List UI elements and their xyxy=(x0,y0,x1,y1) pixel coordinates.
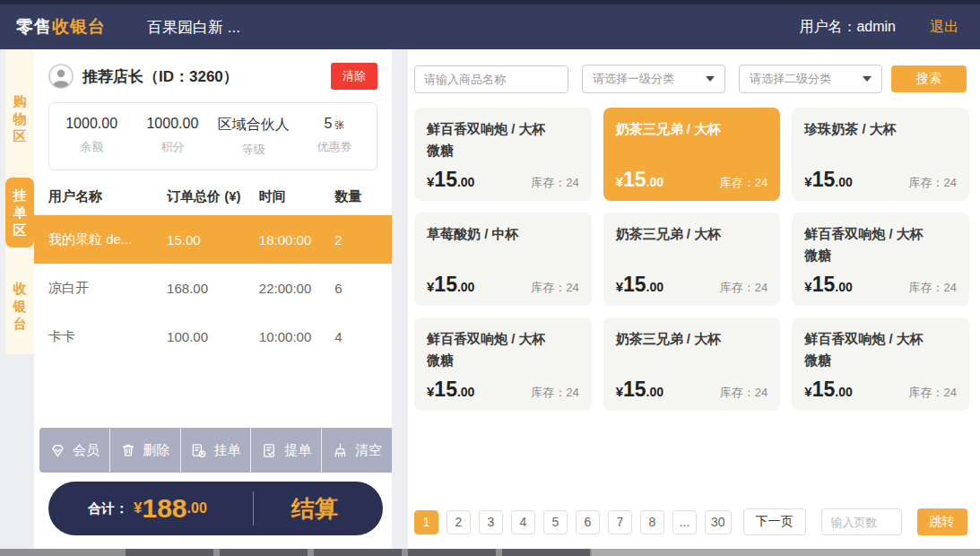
page-button-1[interactable]: 1 xyxy=(414,510,438,534)
product-panel: 请选择一级分类 请选择二级分类 搜索 鲜百香双响炮 / 大杯微糖¥15.00库存… xyxy=(408,49,980,549)
chevron-down-icon xyxy=(863,76,872,82)
page-button-7[interactable]: 7 xyxy=(608,510,632,534)
page-number-input[interactable] xyxy=(821,508,902,535)
order-quantity: 6 xyxy=(334,281,377,296)
price-integer: 15 xyxy=(623,273,646,297)
order-time: 18:00:00 xyxy=(259,232,334,248)
member-stat-value: 1000.00 xyxy=(51,116,132,132)
product-card[interactable]: 奶茶三兄弟 / 大杯¥15.00库存：24 xyxy=(603,213,781,306)
product-card[interactable]: 鲜百香双响炮 / 大杯微糖¥15.00库存：24 xyxy=(792,213,969,306)
price-decimals: .00 xyxy=(457,385,474,399)
header-order-total: 订单总价 (¥) xyxy=(167,188,259,205)
page-button-5[interactable]: 5 xyxy=(543,510,568,534)
product-card[interactable]: 奶茶三兄弟 / 大杯¥15.00库存：24 xyxy=(603,317,781,411)
order-quantity: 2 xyxy=(334,232,377,248)
table-row[interactable]: 凉白开168.0022:00:006 xyxy=(34,264,392,312)
price-currency: ¥ xyxy=(616,174,623,189)
会员-button[interactable]: 会员 xyxy=(39,428,110,473)
sidebar-tab-label: 挂单区 xyxy=(13,187,27,239)
sidebar-tab-购物区[interactable]: 购物区 xyxy=(5,83,34,154)
page-button-2[interactable]: 2 xyxy=(447,510,471,534)
page-button-8[interactable]: 8 xyxy=(640,510,664,534)
logout-button[interactable]: 退出 xyxy=(930,18,958,37)
clear-all-icon xyxy=(332,442,349,459)
product-name-input[interactable] xyxy=(414,65,568,93)
删除-button[interactable]: 删除 xyxy=(110,428,181,473)
sidebar-tab-收银台[interactable]: 收银台 xyxy=(5,271,34,342)
sidebar-tab-label: 购物区 xyxy=(13,92,27,145)
product-title: 鲜百香双响炮 / 大杯 xyxy=(804,223,957,245)
member-header: 推荐店长（ID：3260） 清除 xyxy=(34,49,392,98)
member-stat: 1000.00积分 xyxy=(132,116,212,158)
username-label: 用户名：admin xyxy=(799,18,896,37)
taskbar-sliver xyxy=(0,549,980,556)
product-stock: 库存：24 xyxy=(720,385,768,401)
clear-member-button[interactable]: 清除 xyxy=(331,63,377,90)
orders-table-body: 我的果粒 de...15.0018:00:002凉白开168.0022:00:0… xyxy=(34,215,392,361)
order-action-bar: 会员删除挂单提单清空 xyxy=(39,428,392,473)
product-card[interactable]: 草莓酸奶 / 中杯¥15.00库存：24 xyxy=(414,213,592,306)
search-button[interactable]: 搜索 xyxy=(891,65,967,92)
settle-button[interactable]: 结算 xyxy=(291,493,338,525)
price-integer: 15 xyxy=(434,273,457,297)
checkout-divider xyxy=(253,491,254,526)
product-price-row: ¥15.00库存：24 xyxy=(616,273,768,297)
trash-icon xyxy=(120,442,136,458)
member-stat-label: 余额 xyxy=(51,139,132,155)
member-stat-label: 优惠券 xyxy=(294,139,375,155)
member-stat-value: 1000.00 xyxy=(132,116,212,132)
price-integer: 15 xyxy=(623,378,646,402)
total-currency: ¥ xyxy=(134,500,142,517)
order-time: 22:00:00 xyxy=(259,281,334,296)
jump-button[interactable]: 跳转 xyxy=(917,508,967,535)
total-label: 合计： xyxy=(88,500,128,517)
table-row[interactable]: 我的果粒 de...15.0018:00:002 xyxy=(34,215,392,264)
category1-placeholder: 请选择一级分类 xyxy=(593,71,674,87)
topbar-right: 用户名：admin 退出 xyxy=(799,18,958,37)
order-total: 15.00 xyxy=(167,232,259,248)
store-name: 百果园白新 ... xyxy=(147,17,240,38)
order-panel: 推荐店长（ID：3260） 清除 1000.00余额1000.00积分区域合伙人… xyxy=(34,49,392,549)
price-decimals: .00 xyxy=(835,175,852,189)
action-button-label: 删除 xyxy=(143,442,169,459)
order-total: 168.00 xyxy=(167,281,259,296)
app-title-accent: 收银台 xyxy=(52,17,106,36)
price-integer: 15 xyxy=(434,168,457,192)
product-card[interactable]: 奶茶三兄弟 / 大杯¥15.00库存：24 xyxy=(603,108,781,201)
product-card[interactable]: 珍珠奶茶 / 大杯¥15.00库存：24 xyxy=(792,108,969,201)
orders-table-header: 用户名称 订单总价 (¥) 时间 数量 xyxy=(34,176,392,215)
price-decimals: .00 xyxy=(646,385,663,399)
price-currency: ¥ xyxy=(804,384,811,399)
product-title: 鲜百香双响炮 / 大杯 xyxy=(427,118,579,140)
page-button-6[interactable]: 6 xyxy=(576,510,600,534)
vip-member-icon xyxy=(49,442,66,459)
pos-app: 零售收银台 百果园白新 ... 用户名：admin 退出 购物区挂单区收银台 推… xyxy=(0,0,980,556)
sidebar-tab-label: 收银台 xyxy=(13,280,27,333)
page-button-4[interactable]: 4 xyxy=(511,510,535,534)
挂单-button[interactable]: 挂单 xyxy=(181,428,252,473)
product-title: 奶茶三兄弟 / 大杯 xyxy=(616,223,768,245)
next-page-button[interactable]: 下一页 xyxy=(743,508,806,535)
清空-button[interactable]: 清空 xyxy=(322,428,392,473)
product-card[interactable]: 鲜百香双响炮 / 大杯微糖¥15.00库存：24 xyxy=(414,317,592,411)
page-button-3[interactable]: 3 xyxy=(479,510,503,534)
table-row[interactable]: 卡卡100.0010:00:004 xyxy=(34,312,392,361)
username-value: admin xyxy=(856,19,896,34)
page-ellipsis[interactable]: ... xyxy=(672,510,697,534)
product-price-row: ¥15.00库存：24 xyxy=(427,168,579,192)
category2-select[interactable]: 请选择二级分类 xyxy=(739,65,882,93)
product-card[interactable]: 鲜百香双响炮 / 大杯微糖¥15.00库存：24 xyxy=(792,317,969,411)
sidebar-tab-挂单区[interactable]: 挂单区 xyxy=(5,178,34,248)
price-integer: 15 xyxy=(812,168,836,192)
price-decimals: .00 xyxy=(457,175,474,189)
product-title: 奶茶三兄弟 / 大杯 xyxy=(616,118,768,140)
product-title: 奶茶三兄弟 / 大杯 xyxy=(616,328,768,350)
action-button-label: 挂单 xyxy=(213,442,240,459)
checkout-bar: 合计： ¥ 188 .00 结算 xyxy=(48,482,383,535)
panel-divider xyxy=(392,49,408,549)
category1-select[interactable]: 请选择一级分类 xyxy=(582,65,725,93)
product-card[interactable]: 鲜百香双响炮 / 大杯微糖¥15.00库存：24 xyxy=(414,108,592,201)
member-stat: 1000.00余额 xyxy=(51,116,132,158)
page-button-30[interactable]: 30 xyxy=(705,510,732,534)
提单-button[interactable]: 提单 xyxy=(251,428,322,473)
